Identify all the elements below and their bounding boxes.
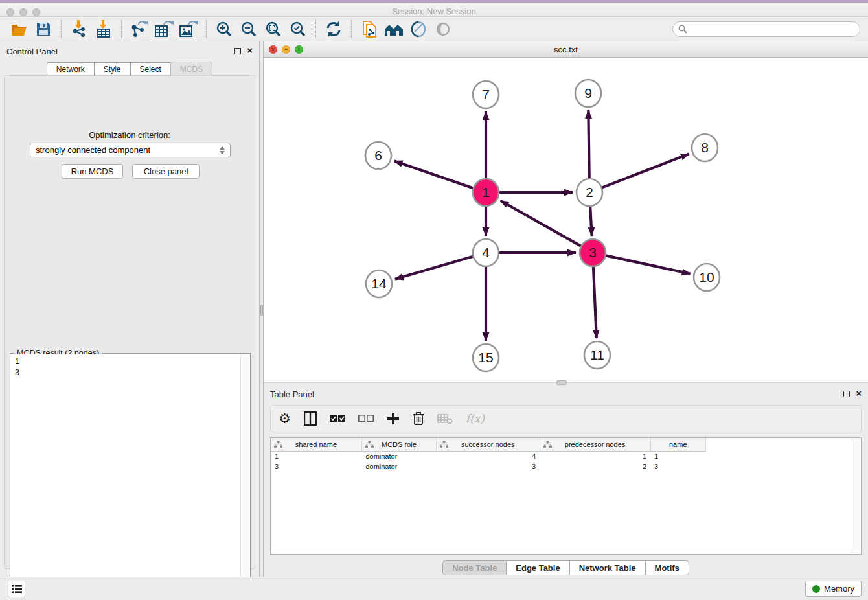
close-table-panel-icon[interactable]: × (856, 390, 862, 397)
float-table-panel-icon[interactable] (843, 391, 850, 397)
import-table-icon[interactable] (91, 19, 116, 40)
graph-edge-3-11[interactable] (593, 264, 597, 338)
zoom-selected-icon[interactable] (286, 19, 310, 40)
tab-style[interactable]: Style (94, 62, 130, 76)
first-neighbors-icon[interactable] (382, 19, 406, 40)
graphics-details-icon[interactable] (431, 19, 455, 40)
import-network-icon[interactable] (67, 19, 91, 40)
svg-text:7: 7 (482, 87, 490, 102)
close-panel-button[interactable]: Close panel (132, 164, 200, 179)
status-bar: Memory (0, 577, 868, 600)
memory-button[interactable]: Memory (805, 581, 862, 597)
graph-edge-3-1[interactable] (501, 201, 584, 248)
col-predecessor-nodes[interactable]: predecessor nodes (540, 438, 650, 451)
graph-node-2[interactable]: 2 (577, 179, 602, 206)
graph-node-1[interactable]: 1 (473, 179, 499, 206)
svg-text:15: 15 (478, 350, 493, 365)
graph-edge-3-10[interactable] (604, 255, 691, 274)
export-table-icon[interactable] (152, 19, 176, 40)
table-scrollbar[interactable] (852, 439, 860, 553)
table-toolbar: ⚙ f(x) (270, 405, 862, 432)
svg-text:3: 3 (589, 245, 597, 260)
graph-edge-1-6[interactable] (394, 161, 475, 189)
zoom-fit-icon[interactable] (261, 19, 286, 40)
graph-node-15[interactable]: 15 (473, 344, 499, 371)
criterion-value: strongly connected component (36, 145, 150, 155)
graph-node-11[interactable]: 11 (584, 341, 610, 369)
graph-node-9[interactable]: 9 (575, 80, 601, 107)
node-table[interactable]: shared name MCDS role successor nodes pr… (270, 437, 862, 555)
window-title: Session: New Session (0, 6, 868, 16)
graph-edge-4-14[interactable] (395, 256, 475, 279)
clone-network-icon[interactable] (357, 19, 382, 40)
delete-row-icon[interactable] (413, 410, 424, 427)
tab-node-table[interactable]: Node Table (442, 560, 507, 575)
column-settings-icon[interactable]: ⚙ (279, 410, 291, 427)
network-graph-canvas[interactable]: 7968124314101511 (264, 58, 868, 382)
search-input[interactable] (687, 23, 860, 36)
col-shared-name[interactable]: shared name (271, 438, 361, 451)
tab-network-table[interactable]: Network Table (570, 560, 646, 575)
table-row[interactable]: 1 dominator 4 1 1 (271, 451, 706, 461)
criterion-dropdown[interactable]: strongly connected component (30, 143, 231, 157)
open-session-icon[interactable] (6, 19, 31, 40)
close-panel-icon[interactable]: × (247, 47, 253, 54)
zoom-out-icon[interactable] (236, 19, 261, 40)
hierarchy-icon (274, 441, 282, 448)
graph-edge-2-3[interactable] (590, 203, 592, 236)
export-image-icon[interactable] (176, 19, 201, 40)
svg-text:11: 11 (590, 347, 604, 362)
tab-edge-table[interactable]: Edge Table (507, 560, 569, 575)
hierarchy-icon (543, 441, 552, 448)
toggle-panel-split-icon[interactable] (304, 410, 317, 427)
delete-column-icon[interactable] (437, 410, 453, 427)
table-tabs: Node Table Edge Table Network Table Moti… (264, 560, 868, 575)
tab-motifs[interactable]: Motifs (646, 560, 689, 575)
toolbar-separator (121, 20, 122, 38)
col-successor-nodes[interactable]: successor nodes (436, 438, 540, 451)
mcds-panel: Optimization criterion: strongly connect… (4, 75, 255, 569)
graph-edge-2-9[interactable] (588, 110, 589, 181)
graph-node-4[interactable]: 4 (473, 239, 499, 266)
tab-network[interactable]: Network (47, 62, 94, 76)
graph-edge-2-8[interactable] (600, 154, 689, 188)
add-row-icon[interactable] (387, 410, 400, 427)
float-panel-icon[interactable] (234, 48, 241, 54)
list-icon (12, 584, 22, 594)
export-network-icon[interactable] (127, 19, 152, 40)
style-brush-icon[interactable] (406, 19, 431, 40)
search-box[interactable] (672, 21, 860, 37)
task-history-button[interactable] (8, 581, 25, 597)
network-window: x – + scc.txt 7968124314101511 (264, 41, 868, 387)
deselect-all-icon[interactable] (358, 410, 374, 427)
graph-node-8[interactable]: 8 (692, 134, 718, 161)
svg-text:10: 10 (699, 270, 714, 284)
table-row[interactable]: 3 dominator 3 2 3 (271, 461, 706, 472)
zoom-in-icon[interactable] (212, 19, 236, 40)
apply-function-icon[interactable]: f(x) (466, 410, 485, 427)
tab-select[interactable]: Select (130, 62, 170, 76)
col-mcds-role[interactable]: MCDS role (361, 438, 436, 451)
table-header-row: shared name MCDS role successor nodes pr… (271, 438, 706, 451)
mcds-result-scrollbar[interactable] (240, 354, 249, 598)
tab-mcds[interactable]: MCDS (170, 62, 212, 76)
mcds-result-text[interactable]: 1 3 (11, 354, 240, 598)
panel-splitter[interactable] (259, 41, 264, 577)
memory-status-icon (812, 585, 820, 593)
graph-node-10[interactable]: 10 (694, 264, 720, 291)
splitter-grip[interactable] (260, 305, 263, 316)
graph-node-6[interactable]: 6 (365, 142, 391, 169)
graph-node-3[interactable]: 3 (580, 239, 606, 266)
horizontal-splitter-grip[interactable] (556, 380, 567, 385)
graph-node-7[interactable]: 7 (473, 81, 499, 108)
run-mcds-button[interactable]: Run MCDS (62, 164, 123, 179)
svg-text:14: 14 (371, 276, 387, 291)
save-session-icon[interactable] (31, 19, 56, 40)
apply-layout-icon[interactable] (321, 19, 346, 40)
toolbar-separator (61, 20, 62, 38)
graph-node-14[interactable]: 14 (366, 270, 392, 297)
select-all-icon[interactable] (330, 410, 345, 427)
svg-text:9: 9 (584, 86, 592, 100)
col-name[interactable]: name (650, 438, 705, 451)
network-window-titlebar[interactable]: x – + scc.txt (264, 41, 868, 58)
